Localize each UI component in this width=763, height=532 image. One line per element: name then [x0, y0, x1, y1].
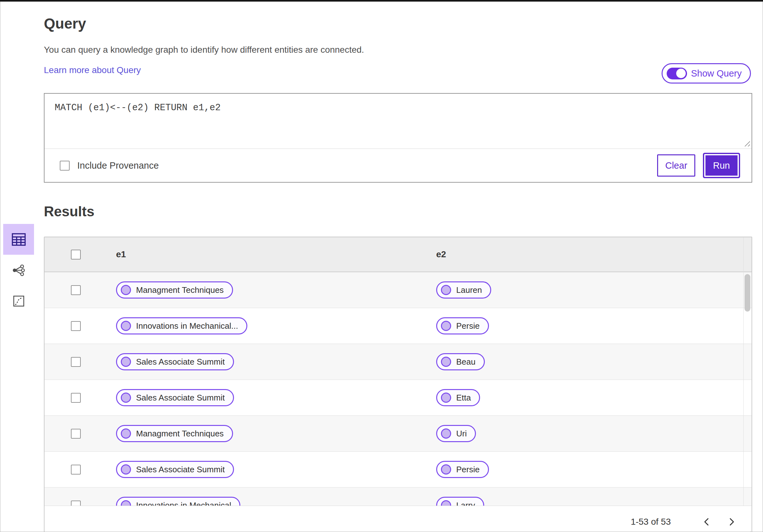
entity-label: Persie — [456, 321, 480, 331]
entity-pill[interactable]: Innovations in Mechanical — [116, 497, 240, 506]
row-checkbox[interactable] — [71, 357, 81, 367]
table-row: Managment Techniques Lauren — [45, 272, 752, 308]
entity-dot-icon — [121, 428, 131, 439]
entity-label: Innovations in Mechanical... — [136, 321, 238, 331]
table-body: Managment Techniques Lauren Innovations … — [45, 272, 752, 506]
row-checkbox[interactable] — [71, 465, 81, 475]
select-all-cell — [45, 250, 107, 259]
entity-dot-icon — [441, 393, 451, 403]
pagination-bar: 1-53 of 53 — [45, 506, 752, 532]
include-provenance-checkbox[interactable] — [60, 161, 70, 171]
entity-dot-icon — [121, 464, 131, 475]
page-title: Query — [44, 15, 752, 32]
entity-label: Managment Techniques — [136, 429, 224, 439]
clear-button[interactable]: Clear — [657, 154, 695, 177]
main-content: Query You can query a knowledge graph to… — [44, 15, 752, 532]
prev-page-button[interactable] — [698, 513, 716, 531]
table-row: Sales Associate Summit Beau — [45, 344, 752, 380]
entity-label: Lauren — [456, 285, 482, 295]
results-card: e1 e2 Managment Techniques Lauren — [44, 237, 752, 532]
query-editor-input[interactable]: MATCH (e1)<--(e2) RETURN e1,e2 — [45, 94, 752, 149]
show-query-label: Show Query — [691, 68, 742, 79]
entity-label: Innovations in Mechanical — [136, 500, 231, 506]
next-page-button[interactable] — [722, 513, 741, 531]
table-row: Managment Techniques Uri — [45, 416, 752, 452]
entity-dot-icon — [121, 500, 131, 506]
entity-dot-icon — [441, 500, 451, 506]
query-controls-row: Include Provenance Clear Run — [45, 149, 752, 182]
row-checkbox[interactable] — [71, 393, 81, 403]
table-row: Innovations in Mechanical... Persie — [45, 308, 752, 344]
cell-e2: Lauren — [427, 281, 743, 299]
row-select-cell — [45, 393, 107, 403]
entity-pill[interactable]: Uri — [436, 425, 476, 442]
entity-pill[interactable]: Sales Associate Summit — [116, 461, 234, 478]
entity-pill[interactable]: Managment Techniques — [116, 281, 233, 299]
row-checkbox[interactable] — [71, 429, 81, 439]
row-checkbox[interactable] — [71, 321, 81, 331]
entity-label: Sales Associate Summit — [136, 357, 225, 367]
column-header-e2: e2 — [427, 249, 743, 259]
toggle-knob — [676, 69, 686, 78]
pagination-range: 1-53 of 53 — [631, 517, 671, 527]
entity-label: Etta — [456, 393, 471, 403]
entity-pill[interactable]: Sales Associate Summit — [116, 389, 234, 406]
entity-pill[interactable]: Persie — [436, 317, 489, 334]
row-select-cell — [45, 429, 107, 439]
entity-pill[interactable]: Larry — [436, 497, 484, 506]
entity-pill[interactable]: Persie — [436, 461, 489, 478]
row-select-cell — [45, 465, 107, 475]
results-view-switcher — [3, 224, 34, 316]
entity-pill[interactable]: Lauren — [436, 281, 491, 299]
table-row: Sales Associate Summit Persie — [45, 452, 752, 488]
table-header-row: e1 e2 — [45, 237, 752, 272]
scrollbar-thumb[interactable] — [745, 274, 750, 311]
run-button[interactable]: Run — [704, 154, 739, 177]
entity-dot-icon — [441, 321, 451, 331]
cell-e1: Sales Associate Summit — [107, 389, 427, 406]
learn-more-link[interactable]: Learn more about Query — [44, 65, 141, 75]
entity-label: Beau — [456, 357, 476, 367]
vertical-scrollbar[interactable] — [743, 237, 752, 506]
include-provenance-label: Include Provenance — [77, 160, 159, 171]
entity-label: Larry — [456, 500, 475, 506]
cell-e1: Managment Techniques — [107, 281, 427, 299]
row-checkbox[interactable] — [71, 285, 81, 295]
row-checkbox[interactable] — [71, 500, 81, 506]
cell-e2: Etta — [427, 389, 743, 406]
results-title: Results — [44, 204, 752, 220]
entity-pill[interactable]: Etta — [436, 389, 480, 406]
entity-dot-icon — [441, 464, 451, 475]
cell-e2: Uri — [427, 425, 743, 442]
show-query-toggle[interactable]: Show Query — [662, 63, 751, 84]
cell-e1: Managment Techniques — [107, 425, 427, 442]
entity-dot-icon — [121, 393, 131, 403]
select-all-checkbox[interactable] — [71, 250, 81, 259]
entity-pill[interactable]: Managment Techniques — [116, 425, 233, 442]
entity-dot-icon — [121, 321, 131, 331]
row-select-cell — [45, 500, 107, 506]
results-table: e1 e2 Managment Techniques Lauren — [45, 237, 752, 506]
table-view-button[interactable] — [3, 224, 34, 255]
query-description: You can query a knowledge graph to ident… — [44, 45, 752, 55]
row-select-cell — [45, 321, 107, 331]
chevron-left-icon — [703, 517, 710, 526]
entity-pill[interactable]: Sales Associate Summit — [116, 353, 234, 370]
chart-view-icon — [12, 295, 26, 308]
cell-e1: Innovations in Mechanical — [107, 497, 427, 506]
cell-e2: Beau — [427, 353, 743, 370]
chart-view-button[interactable] — [3, 286, 34, 316]
entity-dot-icon — [441, 428, 451, 439]
cell-e2: Larry — [427, 497, 743, 506]
row-select-cell — [45, 285, 107, 295]
cell-e2: Persie — [427, 461, 743, 478]
query-description-row: You can query a knowledge graph to ident… — [44, 45, 752, 75]
cell-e1: Innovations in Mechanical... — [107, 317, 427, 334]
entity-pill[interactable]: Beau — [436, 353, 485, 370]
entity-label: Uri — [456, 429, 467, 439]
graph-view-button[interactable] — [3, 255, 34, 286]
entity-label: Sales Associate Summit — [136, 393, 225, 403]
graph-view-icon — [12, 264, 26, 277]
toggle-switch-icon[interactable] — [667, 68, 687, 79]
entity-pill[interactable]: Innovations in Mechanical... — [116, 317, 247, 334]
